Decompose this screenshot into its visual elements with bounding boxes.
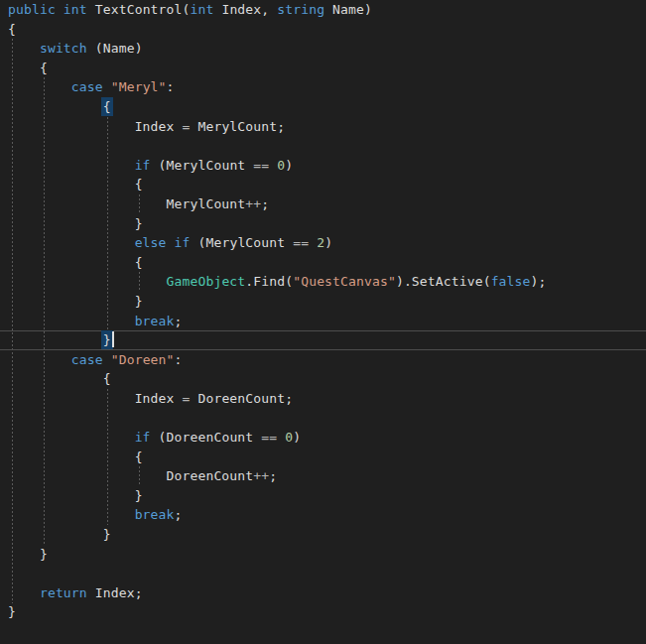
code-token: break [135, 314, 175, 328]
code-token: int [64, 2, 87, 17]
code-token: GameObject [167, 274, 246, 289]
code-token: : [167, 79, 175, 94]
code-line[interactable]: } [0, 292, 646, 312]
code-token: DoreenCount; [190, 391, 293, 406]
code-line[interactable] [0, 564, 646, 583]
code-token [8, 79, 71, 94]
code-token [8, 585, 40, 600]
code-token: if [135, 158, 151, 173]
code-token: MerylCount; [190, 119, 285, 134]
code-line[interactable]: GameObject.Find("QuestCanvas").SetActive… [0, 272, 646, 292]
code-token: int [191, 2, 214, 17]
code-line[interactable] [0, 408, 646, 428]
code-line[interactable]: { [0, 253, 646, 273]
code-token: } [8, 488, 143, 503]
code-token [8, 352, 71, 367]
code-token [8, 274, 167, 289]
code-lines: public int TextControl(int Index, string… [0, 0, 646, 622]
code-token: MerylCount [8, 196, 245, 211]
matched-brace: { [103, 99, 111, 114]
code-token: string [277, 2, 324, 17]
code-line[interactable]: } [0, 214, 646, 234]
code-token [8, 158, 135, 173]
code-token: "QuestCanvas" [293, 274, 396, 289]
code-token: } [8, 604, 16, 619]
code-token: == [253, 158, 269, 173]
code-line[interactable]: else if (MerylCount == 2) [0, 233, 646, 253]
code-line[interactable]: DoreenCount++; [0, 466, 646, 486]
code-line[interactable]: { [0, 448, 646, 467]
code-token: false [491, 274, 531, 289]
code-line[interactable]: if (DoreenCount == 0) [0, 428, 646, 448]
code-token: } [8, 216, 143, 231]
code-token [103, 79, 111, 94]
code-line[interactable]: } [0, 602, 646, 622]
code-line[interactable]: return Index; [0, 583, 646, 603]
code-line[interactable]: { [0, 369, 646, 389]
code-line[interactable]: if (MerylCount == 0) [0, 156, 646, 176]
code-token: .Find( [245, 274, 293, 289]
code-line[interactable]: case "Meryl": [0, 77, 646, 97]
code-token: DoreenCount [8, 468, 253, 483]
code-token: ; [175, 314, 183, 328]
code-line[interactable]: public int TextControl(int Index, string… [0, 0, 646, 20]
code-token: Index; [87, 585, 143, 600]
code-token: switch [40, 41, 87, 56]
code-token: ++ [253, 468, 269, 483]
code-line[interactable]: { [0, 97, 646, 117]
code-line[interactable]: { [0, 20, 646, 40]
code-token: ; [269, 468, 277, 483]
code-token: else [135, 235, 167, 250]
code-token: ; [261, 196, 269, 211]
code-token: Name) [324, 2, 372, 17]
code-token [8, 235, 135, 250]
code-token: } [8, 294, 143, 309]
code-line[interactable]: Index = MerylCount; [0, 117, 646, 137]
code-token [56, 2, 64, 17]
code-line[interactable]: } [0, 525, 646, 545]
code-line[interactable]: switch (Name) [0, 39, 646, 59]
code-line[interactable] [0, 136, 646, 156]
code-line[interactable]: break; [0, 312, 646, 331]
code-line[interactable]: Index = DoreenCount; [0, 389, 646, 409]
code-editor[interactable]: public int TextControl(int Index, string… [0, 0, 646, 644]
code-line[interactable]: { [0, 59, 646, 78]
code-token: { [8, 22, 16, 37]
code-token: ) [285, 158, 293, 173]
code-token: { [8, 177, 143, 192]
code-token [8, 99, 103, 114]
code-token: (MerylCount [191, 235, 294, 250]
code-line[interactable]: break; [0, 505, 646, 525]
code-line[interactable]: } [0, 486, 646, 506]
code-token: (MerylCount [151, 158, 254, 173]
code-token: Index [8, 391, 183, 406]
code-token: == [261, 430, 277, 445]
code-token: ).SetActive( [396, 274, 491, 289]
code-token: public [8, 2, 56, 17]
code-token: Index [8, 119, 183, 134]
code-token: break [135, 507, 175, 522]
text-caret [112, 331, 114, 347]
code-line-current[interactable]: } [0, 330, 646, 350]
code-token: } [8, 547, 48, 562]
code-line[interactable]: } [0, 545, 646, 565]
code-token: ; [175, 507, 183, 522]
code-token: { [8, 450, 143, 464]
code-token: case [71, 352, 103, 367]
code-token: ); [531, 274, 547, 289]
code-line[interactable]: case "Doreen": [0, 350, 646, 370]
code-token [8, 332, 103, 347]
code-token: (DoreenCount [151, 430, 262, 445]
code-line[interactable]: MerylCount++; [0, 194, 646, 214]
matched-brace: } [103, 332, 111, 347]
code-token: "Doreen" [111, 352, 175, 367]
code-token: { [8, 255, 143, 270]
code-token [103, 352, 111, 367]
code-token: { [8, 61, 48, 75]
code-line[interactable]: { [0, 175, 646, 194]
code-token: (Name) [87, 41, 143, 56]
code-token: if [135, 430, 151, 445]
code-token [167, 235, 175, 250]
code-token: return [40, 585, 87, 600]
code-token: == [293, 235, 309, 250]
